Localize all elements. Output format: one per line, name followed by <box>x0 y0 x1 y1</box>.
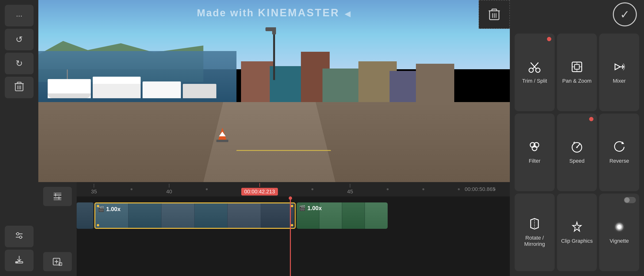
next-clip-film-icon: 🎬 <box>299 205 306 211</box>
boat4 <box>183 84 216 98</box>
trim-split-button[interactable]: Trim / Split <box>514 34 555 111</box>
watermark-arrow: ◀ <box>345 10 351 18</box>
vignette-toggle[interactable] <box>624 197 636 203</box>
next-clip-header: 🎬 1.00x <box>299 205 322 212</box>
boat2 <box>93 77 141 98</box>
ruler-mark-40: 40 <box>166 184 172 195</box>
pan-zoom-label: Pan & Zoom <box>562 78 592 84</box>
clip-speed-label: 1.00x <box>106 206 120 212</box>
vignette-button[interactable]: Vignette <box>599 194 639 271</box>
boat1 <box>48 79 91 98</box>
timeline-left-sidebar <box>38 182 77 276</box>
speed-button[interactable]: Speed <box>557 114 597 191</box>
reverse-label: Reverse <box>610 158 629 164</box>
mixer-label: Mixer <box>613 78 626 84</box>
next-clip[interactable]: 🎬 1.00x <box>296 202 388 229</box>
trash-icon <box>14 81 24 94</box>
trim-split-badge <box>547 37 551 41</box>
scissors-icon <box>528 60 541 75</box>
ground <box>38 102 510 182</box>
svg-point-44 <box>576 146 578 148</box>
ruler-dot2 <box>206 188 208 190</box>
speed-icon <box>571 141 583 155</box>
delete-overlay-button[interactable] <box>479 0 510 29</box>
svg-point-8 <box>16 233 19 235</box>
tracks-area: 🎬 1.00x <box>77 196 510 276</box>
ground-line <box>236 150 331 151</box>
next-clip-speed-label: 1.00x <box>308 205 322 212</box>
delete-button[interactable] <box>5 77 34 98</box>
speed-badge <box>589 117 594 121</box>
selected-clip[interactable]: 🎬 1.00x <box>94 202 296 229</box>
adjust-tracks-button[interactable] <box>43 187 72 206</box>
trim-split-label: Trim / Split <box>522 78 547 84</box>
undo-button[interactable]: ↺ <box>5 29 34 50</box>
clip-graphics-button[interactable]: Clip Graphics <box>557 194 597 271</box>
vignette-icon <box>613 221 626 235</box>
check-icon: ✓ <box>620 8 630 21</box>
thumb-3 <box>162 204 194 228</box>
next-thumb-2 <box>319 202 342 229</box>
mixer-icon <box>613 60 626 75</box>
rotate-mirroring-label: Rotate / Mirroring <box>517 235 552 247</box>
clip-graphics-icon <box>571 221 583 235</box>
ruler-dot <box>130 188 132 190</box>
end-time: 00:00:50.865 <box>465 186 496 192</box>
undo-icon: ↺ <box>16 34 23 44</box>
rotate-mirroring-button[interactable]: Rotate / Mirroring <box>514 194 555 271</box>
clip-header: 🎬 1.00x <box>98 206 120 212</box>
svg-marker-47 <box>572 222 581 231</box>
svg-point-9 <box>20 236 22 238</box>
pan-zoom-icon <box>571 60 583 75</box>
watermark: Made with KINEMASTER ◀ <box>197 7 352 19</box>
confirm-button[interactable]: ✓ <box>613 2 637 26</box>
next-thumb-3 <box>342 202 365 229</box>
app-layout: ··· ↺ ↻ <box>0 0 644 276</box>
filter-label: Filter <box>529 158 540 164</box>
next-thumb-4 <box>365 202 388 229</box>
ruler-mark-45: 45 <box>347 184 353 195</box>
svg-marker-37 <box>615 64 620 70</box>
more-icon: ··· <box>16 11 22 20</box>
right-panel-header: ✓ <box>510 0 644 29</box>
pan-zoom-button[interactable]: Pan & Zoom <box>557 34 597 111</box>
export-icon <box>14 255 24 266</box>
corner-dot-tl <box>97 205 99 207</box>
clip-graphics-label: Clip Graphics <box>561 238 593 244</box>
svg-rect-11 <box>16 262 18 263</box>
filter-icon <box>528 141 541 155</box>
video-preview: Made with KINEMASTER ◀ <box>38 0 510 182</box>
thumb-6 <box>261 204 294 228</box>
reverse-button[interactable]: Reverse <box>599 114 639 191</box>
filter-button[interactable]: Filter <box>514 114 555 191</box>
corner-dot-br <box>291 224 293 226</box>
redo-icon: ↻ <box>16 58 23 68</box>
main-track-row: 🎬 1.00x <box>77 200 510 231</box>
add-clip-button[interactable] <box>43 252 72 271</box>
timeline-ruler: 35 40 <box>77 182 510 196</box>
corner-dot-tr <box>291 205 293 207</box>
more-options-button[interactable]: ··· <box>5 5 34 26</box>
ruler-dot5 <box>422 188 424 190</box>
right-panel: ✓ Trim / Split <box>510 0 644 276</box>
rotate-mirroring-icon <box>528 218 541 232</box>
svg-rect-15 <box>492 9 497 11</box>
thumb-5 <box>228 204 261 228</box>
ruler-mark-35: 35 <box>91 184 97 195</box>
boats-area <box>48 66 227 98</box>
mixer-button[interactable]: Mixer <box>599 34 639 111</box>
watermark-brand: KINEMASTER <box>258 7 340 18</box>
speed-label: Speed <box>569 158 584 164</box>
thumb-2 <box>128 204 162 228</box>
traffic-cone <box>218 125 227 142</box>
svg-rect-2 <box>17 82 21 84</box>
boat3 <box>142 82 181 98</box>
adjust-button[interactable] <box>5 226 34 247</box>
redo-button[interactable]: ↻ <box>5 53 34 74</box>
ruler-mark-current: 00:00:42.213 <box>241 183 278 196</box>
vignette-toggle-thumb <box>624 198 630 203</box>
ruler-dot6 <box>458 188 460 190</box>
export-button[interactable] <box>5 250 34 271</box>
svg-point-49 <box>614 222 624 232</box>
reverse-icon <box>613 141 626 155</box>
